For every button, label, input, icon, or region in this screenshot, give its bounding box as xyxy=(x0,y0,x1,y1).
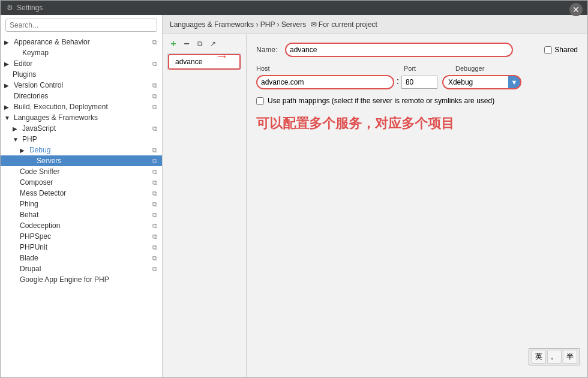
title-bar: ⚙ Settings ✕ xyxy=(1,1,587,15)
host-port-debugger-row: : ▼ xyxy=(256,75,578,89)
sidebar-item-keymap[interactable]: Keymap xyxy=(1,47,162,58)
shared-label: Shared xyxy=(554,46,578,54)
close-button[interactable]: ✕ xyxy=(569,3,583,16)
arrow-icon: ▶ xyxy=(4,39,11,46)
name-label: Name: xyxy=(256,46,280,54)
sidebar-item-build[interactable]: ▶ Build, Execution, Deployment ⧉ xyxy=(1,101,162,112)
sidebar-item-appearance[interactable]: ▶ Appearance & Behavior ⧉ xyxy=(1,37,162,47)
sidebar-item-composer[interactable]: Composer ⧉ xyxy=(1,177,162,188)
ime-key-2: 。 xyxy=(547,350,562,364)
sidebar-label: Servers xyxy=(37,157,61,165)
column-labels: Host Port Debugger xyxy=(256,64,578,73)
sidebar-item-directories[interactable]: Directories ⧉ xyxy=(1,91,162,101)
settings-window: ⚙ Settings ✕ ▶ Appearance & Behavior ⧉ K… xyxy=(0,0,588,378)
ime-key-1: 英 xyxy=(532,350,546,364)
search-input[interactable] xyxy=(5,19,157,32)
arrow-annotation: → xyxy=(215,49,229,64)
arrow-icon: ▶ xyxy=(4,82,11,89)
copy-icon: ⧉ xyxy=(152,92,157,100)
port-label-text: Port xyxy=(404,65,416,72)
copy-server-button[interactable]: ⧉ xyxy=(194,38,206,50)
sidebar-label: Appearance & Behavior xyxy=(14,38,90,46)
sidebar-item-javascript[interactable]: ▶ JavaScript ⧉ xyxy=(1,123,162,134)
copy-icon: ⧉ xyxy=(152,222,157,230)
form-panel: Name: Shared Host xyxy=(247,34,587,377)
debugger-label-text: Debugger xyxy=(455,65,484,72)
name-row: Name: Shared xyxy=(256,43,578,57)
arrow-icon: ▼ xyxy=(13,136,20,143)
ime-key-3: 半 xyxy=(563,350,577,364)
sidebar-item-debug[interactable]: ▶ Debug ⧉ xyxy=(1,145,162,155)
sidebar-item-mess-detector[interactable]: Mess Detector ⧉ xyxy=(1,188,162,199)
sidebar-label: Codeception xyxy=(20,221,60,230)
debugger-combo: ▼ xyxy=(442,75,521,89)
sidebar-item-languages[interactable]: ▼ Languages & Frameworks xyxy=(1,112,162,123)
add-server-button[interactable]: + xyxy=(167,38,179,50)
sidebar-item-code-sniffer[interactable]: Code Sniffer ⧉ xyxy=(1,166,162,177)
copy-icon: ⧉ xyxy=(152,200,157,208)
sidebar-label: Google App Engine for PHP xyxy=(20,275,109,284)
annotation-text: 可以配置多个服务，对应多个项目 xyxy=(256,115,578,133)
server-toolbar: + − ⧉ ↗ xyxy=(167,38,241,50)
copy-icon: ⧉ xyxy=(152,211,157,219)
host-col-label: Host xyxy=(256,64,394,73)
sidebar-item-php[interactable]: ▼ PHP xyxy=(1,134,162,145)
path-mapping-row: Use path mappings (select if the server … xyxy=(256,97,578,105)
server-list-item[interactable]: advance xyxy=(168,54,241,70)
sidebar-item-drupal[interactable]: Drupal ⧉ xyxy=(1,263,162,274)
sidebar-label: Languages & Frameworks xyxy=(14,113,98,122)
debugger-dropdown-button[interactable]: ▼ xyxy=(508,75,521,89)
sidebar-item-blade[interactable]: Blade ⧉ xyxy=(1,253,162,263)
host-port-section: Host Port Debugger : xyxy=(256,64,578,89)
server-list: advance xyxy=(167,53,241,70)
copy-icon: ⧉ xyxy=(152,179,157,187)
sidebar-label: PHP xyxy=(22,135,37,143)
sidebar-item-phing[interactable]: Phing ⧉ xyxy=(1,199,162,209)
sidebar-label: Phing xyxy=(20,200,38,208)
ime-indicator: 英 。 半 xyxy=(529,348,580,365)
shared-checkbox[interactable] xyxy=(544,46,552,54)
sidebar-item-google-app[interactable]: Google App Engine for PHP xyxy=(1,274,162,285)
breadcrumb-bar: Languages & Frameworks › PHP › Servers ✉… xyxy=(163,15,587,34)
sidebar-item-editor[interactable]: ▶ Editor ⧉ xyxy=(1,58,162,69)
sidebar-tree: ▶ Appearance & Behavior ⧉ Keymap ▶ Edito… xyxy=(1,35,162,377)
sidebar: ▶ Appearance & Behavior ⧉ Keymap ▶ Edito… xyxy=(1,15,163,377)
remove-server-button[interactable]: − xyxy=(181,38,193,50)
host-label-text: Host xyxy=(256,65,270,72)
copy-icon: ⧉ xyxy=(152,168,157,176)
copy-icon: ⧉ xyxy=(152,146,157,154)
port-input[interactable] xyxy=(401,76,437,89)
debugger-col-label: Debugger xyxy=(455,64,484,73)
sidebar-item-phpspec[interactable]: PHPSpec ⧉ xyxy=(1,231,162,242)
sidebar-item-plugins[interactable]: Plugins xyxy=(1,69,162,80)
sidebar-label: PHPSpec xyxy=(20,232,51,241)
name-input[interactable] xyxy=(285,43,513,57)
path-mapping-label: Use path mappings (select if the server … xyxy=(268,97,494,105)
sidebar-label: Build, Execution, Deployment xyxy=(14,103,108,111)
sidebar-label: JavaScript xyxy=(22,124,56,133)
sidebar-item-version-control[interactable]: ▶ Version Control ⧉ xyxy=(1,80,162,91)
sidebar-item-behat[interactable]: Behat ⧉ xyxy=(1,209,162,220)
sidebar-label: Code Sniffer xyxy=(20,167,60,176)
move-server-button[interactable]: ↗ xyxy=(207,38,219,50)
window-title: Settings xyxy=(17,4,43,12)
main-content: ▶ Appearance & Behavior ⧉ Keymap ▶ Edito… xyxy=(1,15,587,377)
sidebar-label: Drupal xyxy=(20,265,41,273)
right-panel: Languages & Frameworks › PHP › Servers ✉… xyxy=(163,15,587,377)
sidebar-label: Editor xyxy=(14,59,32,68)
arrow-icon: ▶ xyxy=(4,104,11,110)
sidebar-label: Mess Detector xyxy=(20,189,66,197)
debugger-input[interactable] xyxy=(442,75,508,89)
breadcrumb-note: ✉ For current project xyxy=(308,20,377,29)
title-bar-icon: ⚙ xyxy=(7,4,13,12)
copy-icon: ⧉ xyxy=(152,254,157,262)
sidebar-item-servers[interactable]: Servers ⧉ xyxy=(1,155,162,166)
host-input[interactable] xyxy=(256,75,394,89)
sidebar-item-codeception[interactable]: Codeception ⧉ xyxy=(1,220,162,231)
copy-icon: ⧉ xyxy=(152,265,157,273)
sidebar-item-phpunit[interactable]: PHPUnit ⧉ xyxy=(1,242,162,253)
shared-checkbox-area: Shared xyxy=(544,46,578,54)
path-mapping-checkbox[interactable] xyxy=(256,97,264,105)
arrow-icon: ▶ xyxy=(13,125,20,132)
port-col-label: Port xyxy=(404,64,446,73)
